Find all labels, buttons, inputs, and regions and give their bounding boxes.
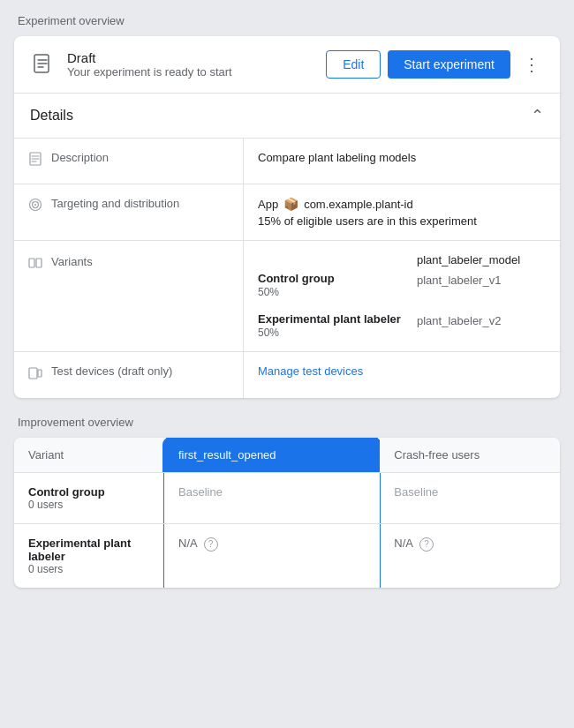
variant-experimental-name-col: Experimental plant labeler 50% xyxy=(258,312,417,339)
description-value: Compare plant labeling models xyxy=(244,139,560,184)
variants-model-col-header: plant_labeler_model xyxy=(417,253,546,266)
variants-value: plant_labeler_model Control group 50% pl… xyxy=(244,241,560,351)
test-devices-value: Manage test devices xyxy=(244,352,560,398)
details-header: Details ⌃ xyxy=(14,94,560,139)
first-result-question-icon[interactable]: ? xyxy=(204,537,218,552)
app-label: App xyxy=(258,198,278,211)
more-options-button[interactable]: ⋮ xyxy=(517,50,546,79)
control-group-sub: 0 users xyxy=(28,499,150,511)
description-icon xyxy=(28,152,42,169)
table-row-control: Control group 0 users Baseline Baseline xyxy=(14,473,560,524)
details-section: Details ⌃ Description Compare plant labe… xyxy=(14,94,560,398)
experimental-first-result-value: N/A xyxy=(178,537,197,550)
targeting-label-text: Targeting and distribution xyxy=(51,197,179,210)
experimental-crash-free-cell: N/A ? xyxy=(380,524,560,589)
variants-label-text: Variants xyxy=(51,255,93,268)
improvement-table-wrapper: Variant first_result_opened Crash-free u… xyxy=(14,438,560,588)
manage-test-devices-link[interactable]: Manage test devices xyxy=(258,364,363,378)
table-header-row: Variant first_result_opened Crash-free u… xyxy=(14,438,560,473)
app-row: App 📦 com.example.plant-id xyxy=(258,197,546,211)
draft-subtitle: Your experiment is ready to start xyxy=(67,65,232,79)
table-row-experimental: Experimental plant labeler 0 users N/A ?… xyxy=(14,524,560,589)
svg-rect-6 xyxy=(36,259,42,267)
draft-header: Draft Your experiment is ready to start … xyxy=(14,36,560,94)
targeting-icon xyxy=(28,198,42,215)
improvement-overview-title: Improvement overview xyxy=(14,416,560,429)
variant-experimental-name: Experimental plant labeler xyxy=(258,312,417,326)
improvement-card: Variant first_result_opened Crash-free u… xyxy=(14,438,560,588)
col-header-variant: Variant xyxy=(14,438,164,473)
variant-experimental-row: Experimental plant labeler 50% plant_lab… xyxy=(258,312,546,339)
draft-icon xyxy=(28,50,57,79)
variants-header: plant_labeler_model xyxy=(258,253,546,266)
test-devices-label: Test devices (draft only) xyxy=(14,352,244,398)
variants-row: Variants plant_labeler_model C xyxy=(14,241,560,352)
svg-rect-5 xyxy=(29,259,34,267)
draft-title: Draft xyxy=(67,50,232,65)
targeting-label: Targeting and distribution xyxy=(14,184,244,240)
control-crash-free-value: Baseline xyxy=(394,485,438,499)
description-label: Description xyxy=(14,139,244,184)
description-row: Description Compare plant labeling model… xyxy=(14,139,560,184)
experimental-name: Experimental plant labeler xyxy=(28,537,150,563)
description-label-text: Description xyxy=(51,151,109,164)
more-dots-icon: ⋮ xyxy=(523,54,540,75)
variants-icon xyxy=(28,256,42,274)
targeting-value: App 📦 com.example.plant-id 15% of eligib… xyxy=(244,184,560,240)
control-group-name: Control group xyxy=(28,485,150,499)
description-text: Compare plant labeling models xyxy=(258,151,416,164)
draft-text: Draft Your experiment is ready to start xyxy=(67,50,232,79)
improvement-table: Variant first_result_opened Crash-free u… xyxy=(14,438,560,588)
experimental-variant-cell: Experimental plant labeler 0 users xyxy=(14,524,164,589)
col-header-first-result: first_result_opened xyxy=(164,438,380,473)
control-crash-free-cell: Baseline xyxy=(380,473,560,524)
variant-experimental-model: plant_labeler_v2 xyxy=(417,312,546,327)
variant-experimental: Experimental plant labeler 50% plant_lab… xyxy=(258,312,546,339)
collapse-icon[interactable]: ⌃ xyxy=(531,106,544,125)
experimental-sub: 0 users xyxy=(28,563,150,575)
variant-col-label: Variant xyxy=(28,448,64,462)
experiment-card: Draft Your experiment is ready to start … xyxy=(14,36,560,398)
variant-control-name: Control group xyxy=(258,272,417,285)
test-devices-label-text: Test devices (draft only) xyxy=(51,364,172,378)
experimental-crash-free-value: N/A xyxy=(394,537,412,550)
app-package-icon: 📦 xyxy=(283,197,298,211)
crash-free-question-icon[interactable]: ? xyxy=(419,537,434,552)
page-container: Experiment overview Draft Your experimen… xyxy=(0,0,574,619)
edit-button[interactable]: Edit xyxy=(326,50,381,79)
test-devices-icon xyxy=(28,365,42,383)
test-devices-row: Test devices (draft only) Manage test de… xyxy=(14,352,560,398)
experiment-overview-title: Experiment overview xyxy=(14,14,560,27)
crash-free-col-label: Crash-free users xyxy=(394,448,480,462)
svg-point-4 xyxy=(34,204,36,206)
details-title: Details xyxy=(30,108,73,124)
variant-control-row: Control group 50% plant_labeler_v1 xyxy=(258,272,546,298)
app-id-text: com.example.plant-id xyxy=(304,198,413,211)
control-first-result-cell: Baseline xyxy=(164,473,380,524)
control-first-result-value: Baseline xyxy=(178,485,223,499)
first-result-col-label: first_result_opened xyxy=(178,448,276,462)
variant-control-pct: 50% xyxy=(258,286,279,298)
start-experiment-button[interactable]: Start experiment xyxy=(388,50,510,79)
variant-control-model: plant_labeler_v1 xyxy=(417,272,546,287)
variant-experimental-pct: 50% xyxy=(258,326,279,339)
variants-label: Variants xyxy=(14,241,244,351)
svg-rect-8 xyxy=(38,370,42,377)
draft-actions: Edit Start experiment ⋮ xyxy=(326,50,546,79)
targeting-row: Targeting and distribution App 📦 com.exa… xyxy=(14,184,560,241)
variant-control-name-col: Control group 50% xyxy=(258,272,417,298)
col-header-crash-free: Crash-free users xyxy=(380,438,560,473)
variant-control-group: Control group 50% plant_labeler_v1 xyxy=(258,272,546,298)
model-column-header: plant_labeler_model xyxy=(417,253,520,266)
svg-rect-7 xyxy=(29,368,37,379)
experimental-first-result-cell: N/A ? xyxy=(164,524,380,589)
distribution-text: 15% of eligible users are in this experi… xyxy=(258,214,546,228)
control-variant-cell: Control group 0 users xyxy=(14,473,164,524)
